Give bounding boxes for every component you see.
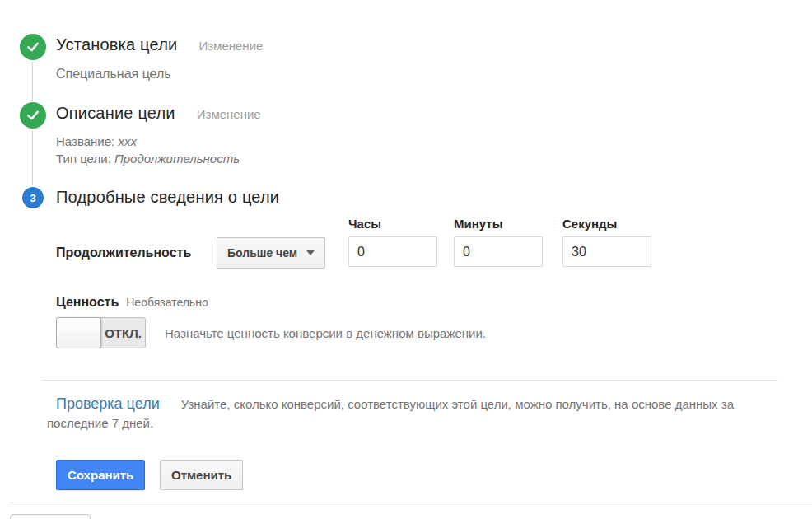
value-toggle-description: Назначьте ценность конверсии в денежном …: [165, 326, 486, 340]
hours-input[interactable]: [348, 236, 437, 267]
step2-edit-link[interactable]: Изменение: [197, 107, 261, 121]
step-connector: [32, 62, 33, 101]
bottom-divider: [9, 503, 812, 503]
step1-complete-badge: [20, 34, 46, 60]
value-label-row: ЦенностьНеобязательно: [56, 295, 208, 310]
cut-off-element[interactable]: [10, 514, 91, 519]
cancel-button[interactable]: Отменить: [160, 460, 243, 490]
chevron-down-icon: [306, 250, 315, 255]
minutes-label: Минуты: [454, 217, 543, 231]
verify-goal-paragraph: Проверка целиУзнайте, сколько конверсий,…: [47, 395, 757, 432]
seconds-field: Секунды: [562, 217, 651, 267]
toggle-state-label: ОТКЛ.: [101, 318, 145, 348]
minutes-field: Минуты: [454, 217, 543, 267]
goal-name-value: xxx: [118, 134, 137, 148]
step2-title: Описание цели: [56, 104, 175, 123]
duration-label: Продолжительность: [56, 245, 191, 260]
goal-name-label: Название:: [56, 134, 118, 148]
step1-subtitle: Специальная цель: [56, 67, 171, 82]
step1-edit-link[interactable]: Изменение: [198, 39, 263, 53]
goal-type-value: Продолжительность: [114, 152, 240, 166]
check-icon: [26, 108, 40, 123]
step3-title: Подробные сведения о цели: [56, 188, 279, 207]
minutes-input[interactable]: [454, 236, 543, 267]
hours-field: Часы: [348, 217, 437, 267]
save-button[interactable]: Сохранить: [56, 460, 145, 490]
goal-setup-page: { "steps": [ { "title": "Установка цели"…: [0, 0, 812, 519]
value-label: Ценность: [56, 295, 119, 309]
step-connector: [32, 130, 33, 186]
value-optional-note: Необязательно: [126, 296, 208, 309]
goal-type-label: Тип цели:: [56, 152, 114, 166]
hours-label: Часы: [348, 217, 437, 231]
check-icon: [26, 40, 40, 54]
goal-type-line: Тип цели: Продолжительность: [56, 152, 240, 166]
verify-goal-link[interactable]: Проверка цели: [56, 395, 160, 412]
goal-name-line: Название: xxx: [56, 134, 137, 148]
comparison-dropdown[interactable]: Больше чем: [217, 237, 325, 269]
section-divider: [41, 380, 778, 381]
toggle-knob[interactable]: [56, 317, 101, 348]
step2-complete-badge: [20, 102, 46, 129]
seconds-label: Секунды: [562, 217, 651, 231]
step3-number: 3: [30, 192, 35, 204]
step1-title: Установка цели: [56, 35, 177, 54]
comparison-dropdown-value: Больше чем: [227, 246, 297, 260]
value-toggle[interactable]: ОТКЛ.: [56, 317, 146, 348]
step3-number-badge: 3: [22, 187, 44, 208]
seconds-input[interactable]: [562, 236, 651, 267]
